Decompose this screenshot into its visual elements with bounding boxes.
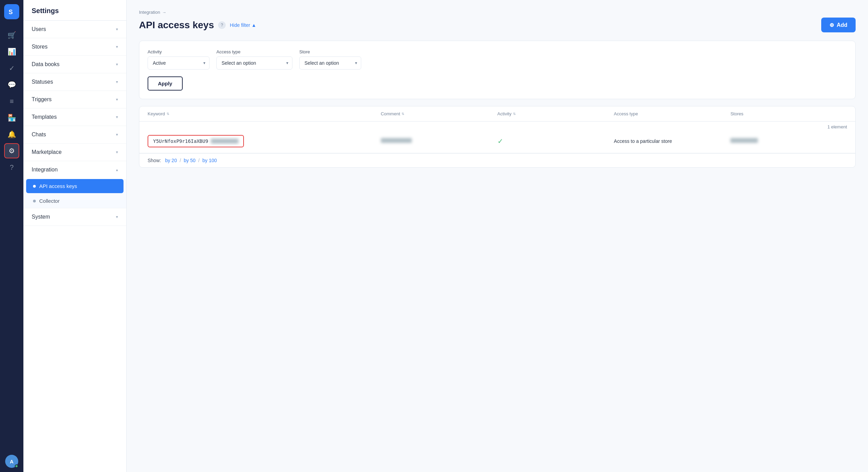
sidebar-item-templates[interactable]: Templates ▾ xyxy=(23,108,126,126)
element-count-row: 1 element xyxy=(139,122,855,129)
svg-text:S: S xyxy=(9,9,13,15)
table-container: Keyword ⇅ Comment ⇅ Activity ⇅ Access ty… xyxy=(139,106,856,168)
comment-blur xyxy=(381,138,412,143)
help-circle-icon[interactable]: ? xyxy=(4,160,19,175)
stores-cell xyxy=(730,138,847,144)
stores-blur xyxy=(730,138,758,143)
store-label: Store xyxy=(299,49,361,54)
filter-row: Activity Active Inactive All Access type… xyxy=(148,49,847,70)
sidebar-item-triggers[interactable]: Triggers ▾ xyxy=(23,91,126,108)
chevron-down-icon: ▾ xyxy=(116,27,118,32)
keyword-input[interactable]: Y5UrNfoxP9r16IaXBU9 xyxy=(148,135,244,147)
sidebar-item-users[interactable]: Users ▾ xyxy=(23,21,126,38)
comment-cell xyxy=(381,138,497,144)
table-row: Y5UrNfoxP9r16IaXBU9 ✓ Access to a partic… xyxy=(139,129,855,153)
hide-filter-button[interactable]: Hide filter ▲ xyxy=(230,22,256,28)
list-icon[interactable]: ≡ xyxy=(4,94,19,109)
sidebar-section-templates: Templates ▾ xyxy=(23,108,126,126)
column-keyword[interactable]: Keyword ⇅ xyxy=(148,111,381,116)
access-type-select[interactable]: Select an option Full access Access to a… xyxy=(216,56,292,70)
sort-icon: ⇅ xyxy=(513,112,516,116)
sort-icon: ⇅ xyxy=(401,112,404,116)
sidebar-item-system[interactable]: System ▾ xyxy=(23,208,126,225)
chevron-down-icon: ▾ xyxy=(116,132,118,137)
store-icon[interactable]: 🏪 xyxy=(4,110,19,125)
breadcrumb-arrow: → xyxy=(162,10,166,15)
sort-icon: ⇅ xyxy=(167,112,169,116)
page-header: API access keys ? Hide filter ▲ ⊕ Add xyxy=(139,18,856,32)
column-activity[interactable]: Activity ⇅ xyxy=(497,111,614,116)
store-select[interactable]: Select an option xyxy=(299,56,361,70)
chevron-down-icon: ▾ xyxy=(116,150,118,155)
chevron-down-icon: ▾ xyxy=(116,115,118,119)
sidebar-section-triggers: Triggers ▾ xyxy=(23,91,126,108)
sidebar: Settings Users ▾ Stores ▾ Data books ▾ S… xyxy=(23,0,127,472)
bell-icon[interactable]: 🔔 xyxy=(4,127,19,142)
keyword-text: Y5UrNfoxP9r16IaXBU9 xyxy=(153,138,208,144)
access-type-cell: Access to a particular store xyxy=(614,138,730,144)
activity-cell: ✓ xyxy=(497,137,614,145)
icon-bar: S 🛒 📊 ✓ 💬 ≡ 🏪 🔔 ⚙ ? A xyxy=(0,0,23,472)
avatar[interactable]: A xyxy=(5,455,18,468)
sidebar-title: Settings xyxy=(23,0,126,21)
plus-circle-icon: ⊕ xyxy=(829,22,834,28)
access-type-text: Access to a particular store xyxy=(614,138,672,144)
chat-icon[interactable]: 💬 xyxy=(4,77,19,92)
add-button[interactable]: ⊕ Add xyxy=(821,18,856,32)
chevron-down-icon: ▾ xyxy=(116,44,118,49)
apply-button[interactable]: Apply xyxy=(148,76,183,91)
show-row: Show: by 20 / by 50 / by 100 xyxy=(139,153,855,167)
sidebar-section-marketplace: Marketplace ▾ xyxy=(23,144,126,161)
check-icon: ✓ xyxy=(497,137,503,145)
column-comment[interactable]: Comment ⇅ xyxy=(381,111,497,116)
sidebar-item-marketplace[interactable]: Marketplace ▾ xyxy=(23,144,126,161)
sidebar-item-statuses[interactable]: Statuses ▾ xyxy=(23,73,126,91)
sidebar-item-integration[interactable]: Integration ▴ xyxy=(23,161,126,178)
sidebar-item-api-access-keys[interactable]: API access keys xyxy=(26,179,124,193)
chevron-up-icon: ▴ xyxy=(116,167,118,172)
chevron-down-icon: ▾ xyxy=(116,80,118,84)
show-label: Show: xyxy=(148,158,161,163)
sidebar-item-stores[interactable]: Stores ▾ xyxy=(23,38,126,55)
chevron-down-icon: ▾ xyxy=(116,62,118,67)
sidebar-section-databooks: Data books ▾ xyxy=(23,56,126,73)
sidebar-section-system: System ▾ xyxy=(23,208,126,226)
page-title-row: API access keys ? Hide filter ▲ xyxy=(139,20,256,31)
chart-icon[interactable]: 📊 xyxy=(4,44,19,59)
show-by-50[interactable]: by 50 xyxy=(184,158,195,163)
activity-select[interactable]: Active Inactive All xyxy=(148,56,210,70)
sidebar-section-chats: Chats ▾ xyxy=(23,126,126,144)
sidebar-item-collector[interactable]: Collector xyxy=(23,194,126,208)
sidebar-section-statuses: Statuses ▾ xyxy=(23,73,126,91)
sidebar-item-databooks[interactable]: Data books ▾ xyxy=(23,56,126,73)
cart-icon[interactable]: 🛒 xyxy=(4,28,19,43)
sidebar-section-integration: Integration ▴ API access keys Collector xyxy=(23,161,126,208)
help-icon[interactable]: ? xyxy=(218,21,226,29)
keyword-cell: Y5UrNfoxP9r16IaXBU9 xyxy=(148,135,381,147)
divider: / xyxy=(198,158,200,163)
chevron-down-icon: ▾ xyxy=(116,97,118,102)
access-type-label: Access type xyxy=(216,49,292,54)
store-select-wrapper: Select an option xyxy=(299,56,361,70)
check-circle-icon[interactable]: ✓ xyxy=(4,61,19,76)
chevron-up-icon: ▲ xyxy=(251,22,256,28)
column-stores: Stores xyxy=(730,111,847,116)
sidebar-section-users: Users ▾ xyxy=(23,21,126,38)
active-dot xyxy=(33,185,36,188)
gear-icon[interactable]: ⚙ xyxy=(4,143,19,158)
element-count: 1 element xyxy=(827,124,847,129)
activity-label: Activity xyxy=(148,49,210,54)
show-by-20[interactable]: by 20 xyxy=(165,158,177,163)
sidebar-sub-integration: API access keys Collector xyxy=(23,179,126,208)
online-dot xyxy=(15,464,18,468)
column-access-type: Access type xyxy=(614,111,730,116)
activity-select-wrapper: Active Inactive All xyxy=(148,56,210,70)
sidebar-section-stores: Stores ▾ xyxy=(23,38,126,56)
page-title: API access keys xyxy=(139,20,214,31)
sidebar-item-chats[interactable]: Chats ▾ xyxy=(23,126,126,143)
keyword-blur xyxy=(211,139,238,144)
show-by-100[interactable]: by 100 xyxy=(202,158,217,163)
main-area: Integration → API access keys ? Hide fil… xyxy=(127,0,868,472)
divider: / xyxy=(180,158,181,163)
app-logo[interactable]: S xyxy=(4,4,19,19)
